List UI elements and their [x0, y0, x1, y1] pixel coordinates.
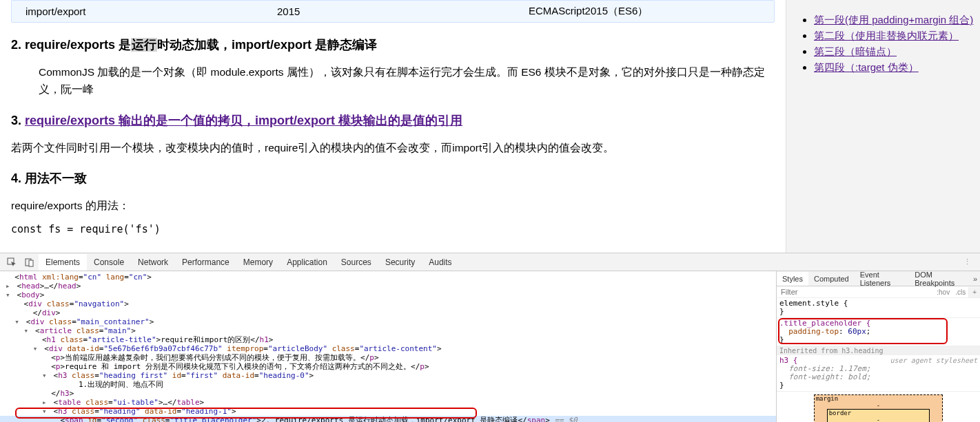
tab-memory[interactable]: Memory: [236, 254, 280, 271]
sidebar-item-4[interactable]: 第四段（:target 伪类）: [814, 61, 919, 73]
sidebar-nav: 第一段(使用 padding+margin 组合) 第二段（使用非替换内联元素）…: [786, 0, 980, 253]
paragraph: require/exports 的用法：: [11, 198, 775, 215]
heading-3: 3. require/exports 输出的是一个值的拷贝，import/exp…: [11, 112, 775, 129]
inherited-link[interactable]: h3.heading: [841, 347, 883, 355]
paragraph: CommonJS 加载的是一个对象（即 module.exports 属性），该…: [39, 64, 775, 98]
heading-link[interactable]: require/exports 输出的是一个值的拷贝，import/export…: [25, 114, 462, 127]
heading-4: 4. 用法不一致: [11, 170, 775, 187]
paragraph: 若两个文件同时引用一个模块，改变模块内的值时，require引入的模块内的值不会…: [11, 140, 775, 157]
table-cell: ECMAScript2015（ES6）: [515, 1, 774, 22]
style-rule[interactable]: .title_placeholder { padding-top: 60px;}: [777, 318, 980, 346]
code-block: const fs = require('fs'): [11, 223, 775, 235]
tab-performance[interactable]: Performance: [175, 254, 236, 271]
filter-input[interactable]: [777, 286, 934, 297]
tab-audits[interactable]: Audits: [422, 254, 458, 271]
chevron-right-icon[interactable]: »: [970, 275, 980, 283]
article-content: import/export 2015 ECMAScript2015（ES6） 2…: [0, 0, 786, 253]
devtools: Elements Console Network Performance Mem…: [0, 253, 980, 422]
table-cell: 2015: [263, 1, 515, 22]
inherited-from: Inherited from h3.heading: [777, 346, 980, 355]
elements-tree[interactable]: <html xml:lang="cn" lang="cn"> ▸ <head>……: [0, 271, 776, 422]
tab-security[interactable]: Security: [378, 254, 422, 271]
tab-elements[interactable]: Elements: [39, 254, 87, 271]
new-style-rule-button[interactable]: +: [968, 287, 980, 297]
element-style-rule[interactable]: element.style {}: [777, 298, 980, 318]
highlighted-text: 运行: [131, 38, 157, 52]
heading-2: 2. require/exports 是运行时动态加载，import/expor…: [11, 36, 775, 53]
devtools-tabs: Elements Console Network Performance Mem…: [0, 253, 980, 271]
cls-toggle[interactable]: .cls: [952, 288, 968, 296]
sidebar-item-3[interactable]: 第三段（暗锚点）: [814, 45, 897, 57]
styles-panel: Styles Computed Event Listeners DOM Brea…: [776, 271, 980, 422]
device-icon[interactable]: [25, 257, 34, 267]
inspect-icon[interactable]: [7, 257, 17, 267]
table-cell: import/export: [12, 1, 263, 22]
module-table: import/export 2015 ECMAScript2015（ES6）: [11, 0, 775, 23]
hov-toggle[interactable]: :hov: [934, 288, 952, 296]
box-model: margin - border - padding - auto × auto …: [777, 392, 980, 422]
tab-network[interactable]: Network: [131, 254, 175, 271]
tab-application[interactable]: Application: [280, 254, 334, 271]
svg-rect-2: [29, 260, 33, 266]
ua-style-rule[interactable]: user agent stylesheet h3 { font-size: 1.…: [777, 355, 980, 392]
tab-sources[interactable]: Sources: [334, 254, 378, 271]
more-icon[interactable]: ⋮: [963, 257, 977, 266]
sidebar-item-1[interactable]: 第一段(使用 padding+margin 组合): [814, 14, 973, 25]
sidebar-item-2[interactable]: 第二段（使用非替换内联元素）: [814, 30, 959, 41]
tab-computed[interactable]: Computed: [808, 272, 855, 286]
tab-console[interactable]: Console: [87, 254, 131, 271]
tab-styles[interactable]: Styles: [777, 272, 808, 286]
